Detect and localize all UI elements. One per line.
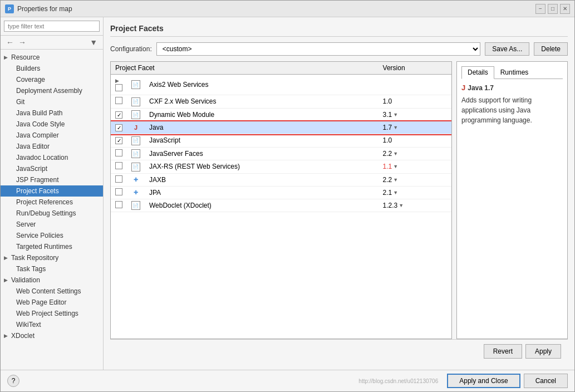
save-as-button[interactable]: Save As...: [485, 42, 529, 56]
close-button[interactable]: ✕: [560, 4, 570, 14]
checkbox-cell[interactable]: [111, 173, 127, 186]
config-select[interactable]: <custom>: [156, 42, 481, 56]
version-dropdown-arrow[interactable]: ▼: [393, 164, 398, 169]
sidebar-item-java-editor[interactable]: Java Editor: [1, 141, 103, 152]
sidebar-item-java-code-style[interactable]: Java Code Style: [1, 119, 103, 130]
main-panel: Project Facets Configuration: <custom> S…: [104, 17, 574, 370]
apply-button[interactable]: Apply: [525, 344, 561, 359]
icon-cell: ✚: [127, 186, 145, 199]
tab-details[interactable]: Details: [461, 66, 494, 79]
facet-checkbox[interactable]: [115, 175, 122, 183]
version-dropdown-arrow[interactable]: ▼: [393, 112, 398, 117]
sidebar-item-java-compiler[interactable]: Java Compiler: [1, 130, 103, 141]
sidebar-item-jsp-fragment[interactable]: JSP Fragment: [1, 174, 103, 185]
icon-cell: 📄: [127, 134, 145, 148]
sidebar-item-label: JSP Fragment: [16, 176, 58, 184]
version-dropdown-arrow[interactable]: ▼: [393, 125, 398, 130]
checkbox-cell[interactable]: [111, 134, 127, 148]
help-button[interactable]: ?: [7, 375, 19, 387]
version-dropdown-arrow[interactable]: ▼: [393, 151, 398, 156]
sidebar-item-label: Web Content Settings: [16, 287, 81, 295]
col-version-header: Version: [379, 62, 451, 75]
facet-checkbox[interactable]: [115, 97, 122, 104]
facet-label: JAXB: [145, 173, 379, 186]
sidebar-item-targeted-runtimes[interactable]: Targeted Runtimes: [1, 241, 103, 252]
checkbox-cell[interactable]: [111, 121, 127, 134]
sidebar-item-web-project-settings[interactable]: Web Project Settings: [1, 308, 103, 319]
facet-checkbox[interactable]: [115, 201, 122, 208]
revert-button[interactable]: Revert: [484, 344, 522, 359]
checkbox-cell[interactable]: [111, 186, 127, 199]
sidebar-item-javascript[interactable]: JavaScript: [1, 163, 103, 174]
facet-checkbox[interactable]: [115, 162, 122, 169]
version-dropdown-arrow[interactable]: ▼: [393, 177, 398, 183]
facet-plugin-icon: ✚: [131, 175, 140, 184]
sidebar-item-web-content-settings[interactable]: Web Content Settings: [1, 286, 103, 297]
maximize-button[interactable]: □: [548, 4, 558, 14]
sidebar-item-server[interactable]: Server: [1, 219, 103, 230]
facet-checkbox[interactable]: [115, 84, 122, 91]
checkbox-cell[interactable]: [111, 147, 127, 160]
sidebar-item-label: Server: [16, 220, 36, 228]
checkbox-cell[interactable]: [111, 160, 127, 174]
facet-version: 2.1 ▼: [379, 186, 451, 199]
sidebar-item-git[interactable]: Git: [1, 96, 103, 107]
delete-button[interactable]: Delete: [534, 42, 568, 56]
back-button[interactable]: ←: [5, 38, 15, 47]
checkbox-cell[interactable]: [111, 95, 127, 109]
facet-doc-icon: 📄: [131, 201, 140, 210]
sidebar-item-wikitext[interactable]: WikiText: [1, 319, 103, 330]
config-label: Configuration:: [110, 45, 152, 53]
apply-and-close-button[interactable]: Apply and Close: [447, 374, 520, 388]
title-bar: P Properties for map − □ ✕: [1, 1, 574, 17]
facet-java-icon: J: [131, 123, 140, 132]
sidebar-item-javadoc-location[interactable]: Javadoc Location: [1, 152, 103, 163]
details-title: J Java 1.7: [461, 84, 563, 92]
version-dropdown-arrow[interactable]: ▼: [399, 203, 404, 208]
facet-checkbox[interactable]: [115, 124, 122, 131]
icon-cell: J: [127, 121, 145, 134]
facet-checkbox[interactable]: [115, 188, 122, 195]
facet-checkbox[interactable]: [115, 149, 122, 156]
sidebar-item-label: Java Editor: [16, 143, 50, 150]
sidebar-item-xdoclet[interactable]: ▶ XDoclet: [1, 330, 103, 341]
sidebar-item-task-tags[interactable]: Task Tags: [1, 263, 103, 275]
sidebar-item-coverage[interactable]: Coverage: [1, 74, 103, 85]
version-dropdown-arrow[interactable]: ▼: [393, 190, 398, 195]
checkbox-cell[interactable]: [111, 108, 127, 121]
sidebar-item-builders[interactable]: Builders: [1, 63, 103, 74]
checkbox-cell[interactable]: [111, 199, 127, 212]
sidebar-item-deployment-assembly[interactable]: Deployment Assembly: [1, 85, 103, 96]
cancel-button[interactable]: Cancel: [524, 374, 568, 388]
panel-title: Project Facets: [110, 24, 568, 37]
filter-input[interactable]: [4, 21, 100, 32]
java-detail-icon: J: [461, 84, 465, 92]
facet-doc-icon: 📄: [131, 163, 140, 171]
sidebar-item-label: Java Compiler: [16, 131, 59, 139]
facet-label: JavaScript: [145, 134, 379, 148]
facet-checkbox[interactable]: [115, 111, 122, 119]
row-expand-arrow[interactable]: ▶: [115, 78, 119, 84]
forward-button[interactable]: →: [17, 38, 27, 47]
minimize-button[interactable]: −: [535, 4, 545, 14]
tab-runtimes[interactable]: Runtimes: [494, 66, 535, 79]
icon-cell: 📄: [127, 95, 145, 109]
sidebar-item-project-references[interactable]: Project References: [1, 197, 103, 208]
sidebar-item-resource[interactable]: ▶ Resource: [1, 52, 103, 63]
sidebar-item-validation[interactable]: ▶ Validation: [1, 275, 103, 286]
nav-dropdown-button[interactable]: ▼: [89, 38, 99, 47]
version-dropdown: 2.2 ▼: [383, 150, 399, 158]
table-row: 📄 CXF 2.x Web Services 1.0: [111, 95, 451, 109]
facet-version: [379, 75, 451, 95]
facet-checkbox[interactable]: [115, 137, 122, 144]
checkbox-cell[interactable]: ▶: [111, 75, 127, 95]
sidebar-item-web-page-editor[interactable]: Web Page Editor: [1, 297, 103, 308]
sidebar-item-run-debug-settings[interactable]: Run/Debug Settings: [1, 208, 103, 219]
facet-version: 2.2 ▼: [379, 147, 451, 160]
sidebar-item-project-facets[interactable]: Project Facets: [1, 185, 103, 197]
sidebar-item-java-build-path[interactable]: Java Build Path: [1, 107, 103, 119]
sidebar-item-task-repository[interactable]: ▶ Task Repository: [1, 252, 103, 263]
sidebar-item-service-policies[interactable]: Service Policies: [1, 230, 103, 241]
facet-label: WebDoclet (XDoclet): [145, 199, 379, 212]
properties-window: P Properties for map − □ ✕ ← → ▼ ▶: [0, 0, 575, 392]
